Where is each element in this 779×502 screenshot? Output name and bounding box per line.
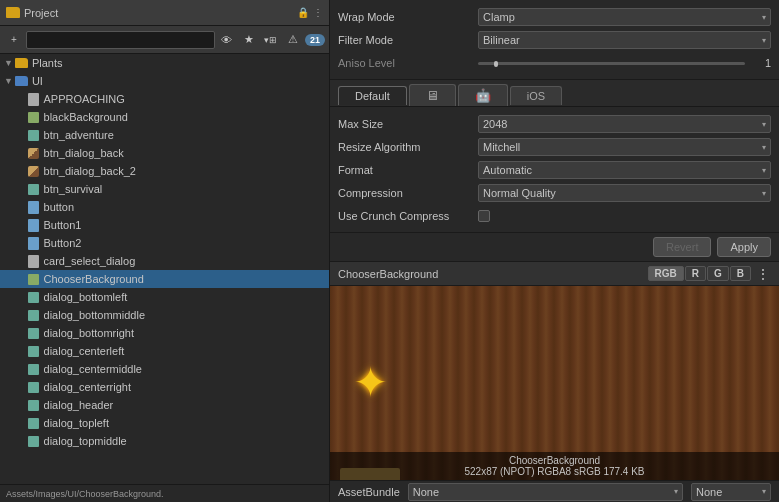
prefab-icon xyxy=(27,236,41,250)
list-item[interactable]: dialog_bottommiddle xyxy=(0,306,329,324)
tab-desktop[interactable]: 🖥 xyxy=(409,84,456,106)
eye-button[interactable]: 👁 xyxy=(217,31,237,49)
compression-dropdown[interactable]: Normal Quality ▾ xyxy=(478,184,771,202)
filter-mode-dropdown[interactable]: Bilinear ▾ xyxy=(478,31,771,49)
dropdown-arrow-icon: ▾ xyxy=(762,120,766,129)
tree-label: btn_dialog_back xyxy=(44,147,124,159)
texture-settings: Wrap Mode Clamp ▾ Filter Mode Bilinear ▾… xyxy=(330,0,779,80)
action-row: Revert Apply xyxy=(330,233,779,262)
tree-item-ui[interactable]: ▼ UI xyxy=(0,72,329,90)
preview-area: ✦ ChooserBackground 522x87 (NPOT) RGBA8 … xyxy=(330,286,779,480)
sprite-icon xyxy=(27,290,41,304)
tree-label: dialog_bottomright xyxy=(44,327,135,339)
texture-icon xyxy=(27,110,41,124)
list-item[interactable]: btn_dialog_back xyxy=(0,144,329,162)
arrow-icon xyxy=(22,418,25,428)
file-tree: ▼ Plants ▼ UI APPROACHING blackBackgroun… xyxy=(0,54,329,484)
list-item[interactable]: button xyxy=(0,198,329,216)
inspector-panel: Wrap Mode Clamp ▾ Filter Mode Bilinear ▾… xyxy=(330,0,779,502)
add-button[interactable]: + xyxy=(4,31,24,49)
apply-button[interactable]: Apply xyxy=(717,237,771,257)
list-item[interactable]: dialog_centerleft xyxy=(0,342,329,360)
channel-rgb-button[interactable]: RGB xyxy=(648,266,684,281)
crunch-checkbox[interactable] xyxy=(478,210,490,222)
list-item[interactable]: Button2 xyxy=(0,234,329,252)
status-bar: Assets/Images/UI/ChooserBackground. xyxy=(0,484,329,502)
tree-label: dialog_centermiddle xyxy=(44,363,142,375)
asset-bundle-select1[interactable]: None ▾ xyxy=(408,483,683,501)
sprite-icon xyxy=(27,416,41,430)
list-item[interactable]: card_select_dialog xyxy=(0,252,329,270)
tree-label: Plants xyxy=(32,57,63,69)
max-size-dropdown[interactable]: 2048 ▾ xyxy=(478,115,771,133)
aniso-slider-container: 1 xyxy=(478,57,771,69)
list-item[interactable]: dialog_topmiddle xyxy=(0,432,329,450)
preview-filename: ChooserBackground xyxy=(336,455,773,466)
prefab-icon xyxy=(27,218,41,232)
format-dropdown[interactable]: Automatic ▾ xyxy=(478,161,771,179)
list-item[interactable]: dialog_topleft xyxy=(0,414,329,432)
arrow-icon xyxy=(22,238,25,248)
list-item[interactable]: btn_adventure xyxy=(0,126,329,144)
sprite-icon xyxy=(27,308,41,322)
asset-bundle-select2[interactable]: None ▾ xyxy=(691,483,771,501)
arrow-icon xyxy=(22,112,25,122)
tree-label: dialog_header xyxy=(44,399,114,411)
arrow-icon xyxy=(22,436,25,446)
dropdown-arrow-icon: ▾ xyxy=(762,189,766,198)
search-input[interactable] xyxy=(26,31,215,49)
tree-label: btn_dialog_back_2 xyxy=(44,165,136,177)
desktop-icon: 🖥 xyxy=(426,88,439,103)
wrap-mode-dropdown[interactable]: Clamp ▾ xyxy=(478,8,771,26)
tree-label: btn_adventure xyxy=(44,129,114,141)
tree-label: dialog_topleft xyxy=(44,417,109,429)
project-header: Project 🔒 ⋮ xyxy=(0,0,329,26)
list-item[interactable]: dialog_header xyxy=(0,396,329,414)
arrow-icon xyxy=(22,202,25,212)
favorites-button[interactable]: ★ xyxy=(239,31,259,49)
aniso-slider-track xyxy=(478,62,745,65)
asset-bundle-label: AssetBundle xyxy=(338,486,400,498)
revert-button[interactable]: Revert xyxy=(653,237,711,257)
channel-b-button[interactable]: B xyxy=(730,266,751,281)
compression-label: Compression xyxy=(338,187,478,199)
tree-label: ChooserBackground xyxy=(44,273,144,285)
preview-dimensions: 522x87 (NPOT) RGBA8 sRGB 177.4 KB xyxy=(336,466,773,477)
format-label: Format xyxy=(338,164,478,176)
android-icon: 🤖 xyxy=(475,88,491,103)
channel-g-button[interactable]: G xyxy=(707,266,729,281)
aniso-value: 1 xyxy=(751,57,771,69)
list-item[interactable]: APPROACHING xyxy=(0,90,329,108)
resize-algorithm-label: Resize Algorithm xyxy=(338,141,478,153)
tab-ios[interactable]: iOS xyxy=(510,86,562,105)
tab-android[interactable]: 🤖 xyxy=(458,84,508,106)
list-item[interactable]: dialog_centerright xyxy=(0,378,329,396)
list-item[interactable]: dialog_bottomright xyxy=(0,324,329,342)
tab-default[interactable]: Default xyxy=(338,86,407,105)
tree-item-chooser[interactable]: ChooserBackground xyxy=(0,270,329,288)
arrow-icon xyxy=(22,292,25,302)
texture-icon xyxy=(27,272,41,286)
preview-more-button[interactable]: ⋮ xyxy=(755,264,771,284)
resize-algorithm-dropdown[interactable]: Mitchell ▾ xyxy=(478,138,771,156)
sprite-icon xyxy=(27,380,41,394)
list-item[interactable]: btn_survival xyxy=(0,180,329,198)
list-item[interactable]: Button1 xyxy=(0,216,329,234)
arrow-icon xyxy=(22,274,25,284)
asset-bundle-row: AssetBundle None ▾ None ▾ xyxy=(330,480,779,502)
arrow-icon xyxy=(22,94,25,104)
resize-algorithm-row: Resize Algorithm Mitchell ▾ xyxy=(338,136,771,158)
dropdown-arrow-icon: ▾ xyxy=(762,36,766,45)
list-item[interactable]: dialog_centermiddle xyxy=(0,360,329,378)
list-item[interactable]: dialog_bottomleft xyxy=(0,288,329,306)
list-item[interactable]: blackBackground xyxy=(0,108,329,126)
tree-item-plants[interactable]: ▼ Plants xyxy=(0,54,329,72)
filter-button[interactable]: ▾⊞ xyxy=(261,31,281,49)
wrap-mode-label: Wrap Mode xyxy=(338,11,478,23)
warn-button[interactable]: ⚠ xyxy=(283,31,303,49)
channel-r-button[interactable]: R xyxy=(685,266,706,281)
list-item[interactable]: btn_dialog_back_2 xyxy=(0,162,329,180)
crunch-row: Use Crunch Compress xyxy=(338,205,771,227)
arrow-icon xyxy=(22,400,25,410)
filter-mode-row: Filter Mode Bilinear ▾ xyxy=(338,29,771,51)
